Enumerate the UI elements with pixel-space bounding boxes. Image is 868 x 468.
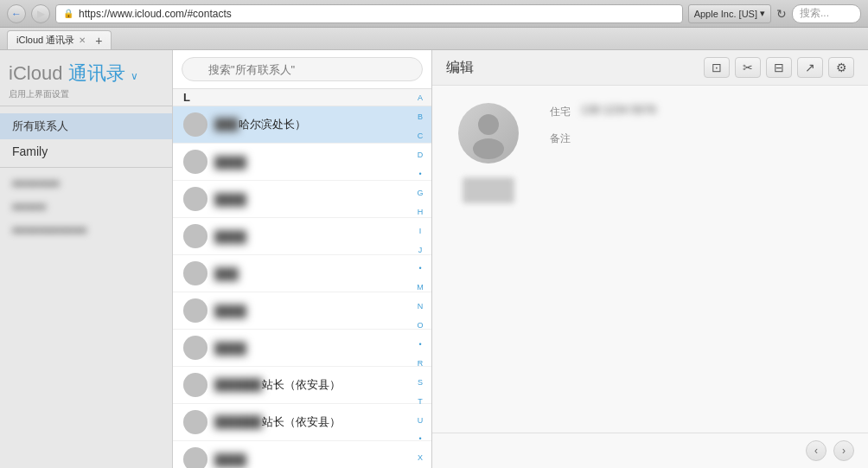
contact-name-1: ████: [214, 156, 246, 169]
contacts-chevron[interactable]: ∨: [131, 70, 138, 82]
contact-item-5[interactable]: ████: [173, 292, 431, 330]
svg-point-0: [478, 114, 499, 135]
security-label: Apple Inc. [US]: [694, 9, 757, 19]
alpha-G[interactable]: G: [417, 189, 423, 197]
svg-point-1: [473, 138, 504, 159]
alpha-dot2[interactable]: •: [418, 265, 421, 272]
alpha-M[interactable]: M: [417, 284, 424, 292]
back-button[interactable]: ←: [7, 4, 26, 23]
security-dropdown[interactable]: Apple Inc. [US] ▾: [688, 4, 771, 23]
search-input[interactable]: [182, 57, 423, 81]
detail-info: 住宅 138 1234 5678 备注: [536, 103, 842, 415]
contact-name-0: ███ 哈尔滨处长）: [214, 117, 306, 132]
alpha-B[interactable]: B: [418, 113, 423, 121]
section-header-L: L: [173, 89, 431, 106]
alpha-S[interactable]: S: [418, 379, 423, 387]
alpha-T[interactable]: T: [418, 398, 423, 406]
sidebar-item-all-contacts[interactable]: 所有联系人: [0, 113, 172, 139]
alpha-C[interactable]: C: [418, 132, 424, 140]
sidebar: iCloud 通讯录 ∨ 启用上界面设置 所有联系人 Family ●●●●●●…: [0, 50, 173, 468]
toolbar-btn-export[interactable]: ↗: [797, 57, 823, 78]
contact-avatar-8: [183, 410, 207, 434]
sidebar-subtitle: 启用上界面设置: [9, 88, 163, 100]
contact-name-6: ████: [214, 342, 246, 355]
alpha-J[interactable]: J: [418, 247, 423, 254]
lock-icon: 🔒: [63, 9, 73, 18]
contact-list-panel: 🔍 L ███ 哈尔滨处长） ████ ████: [173, 50, 432, 468]
alpha-O[interactable]: O: [417, 322, 423, 330]
detail-footer: ‹ ›: [432, 433, 868, 468]
sidebar-header: iCloud 通讯录 ∨ 启用上界面设置: [0, 50, 172, 106]
sidebar-divider-1: [0, 167, 172, 168]
note-label: 备注: [536, 130, 571, 146]
sidebar-nav: 所有联系人 Family ●●●●●●● ●●●●● ●●●●●●●●●●●: [0, 106, 172, 248]
contact-avatar-3: [183, 224, 207, 248]
contact-item-3[interactable]: ████: [173, 218, 431, 255]
alpha-A[interactable]: A: [418, 94, 423, 102]
tab-bar: iCloud 通讯录 ✕ +: [0, 28, 868, 50]
sidebar-item-blurred-2[interactable]: ●●●●●: [0, 195, 172, 218]
toolbar-btn-card[interactable]: ⊡: [704, 57, 730, 78]
contacts-scroll[interactable]: L ███ 哈尔滨处长） ████ ████ ████: [173, 89, 431, 468]
detail-content: 住宅 138 1234 5678 备注: [432, 86, 868, 433]
browser-search-bar[interactable]: 搜索...: [792, 4, 861, 23]
toolbar-btn-share[interactable]: ✂: [735, 57, 761, 78]
app-container: iCloud 通讯录 ∨ 启用上界面设置 所有联系人 Family ●●●●●●…: [0, 50, 868, 468]
contact-item-9[interactable]: ████: [173, 441, 431, 468]
contact-item-0[interactable]: ███ 哈尔滨处长）: [173, 106, 431, 144]
residence-label: 住宅: [536, 103, 571, 119]
alpha-dot1[interactable]: •: [418, 170, 421, 178]
alpha-H[interactable]: H: [418, 208, 424, 216]
app-name: iCloud: [9, 62, 62, 84]
search-bar-container: 🔍: [173, 50, 431, 89]
contacts-label[interactable]: 通讯录: [68, 62, 125, 84]
url-text: https://www.icloud.com/#contacts: [79, 8, 232, 20]
note-field: 备注: [536, 130, 842, 146]
sidebar-item-blurred-1[interactable]: ●●●●●●●: [0, 171, 172, 195]
contact-avatar-0: [183, 112, 207, 137]
contact-avatar-large: [458, 103, 519, 163]
toolbar-buttons: ⊡ ✂ ⊟ ↗ ⚙: [704, 57, 854, 78]
contact-avatar-4: [183, 261, 207, 285]
contact-item-6[interactable]: ████: [173, 330, 431, 367]
alpha-dot3[interactable]: •: [418, 341, 421, 349]
sidebar-item-blurred-3[interactable]: ●●●●●●●●●●●: [0, 218, 172, 241]
alpha-D[interactable]: D: [418, 151, 424, 159]
contact-name-8: ██████ 站长（依安县）: [214, 414, 341, 430]
dropdown-chevron: ▾: [760, 8, 765, 19]
alpha-X[interactable]: X: [418, 454, 423, 462]
contact-name-4: ███: [214, 267, 239, 280]
close-tab-button[interactable]: ✕: [79, 35, 86, 45]
alpha-index: A B C D • G H I J • M N O • R S T U • X: [414, 89, 426, 468]
active-tab[interactable]: iCloud 通讯录 ✕ +: [7, 30, 112, 49]
next-contact-button[interactable]: ›: [833, 440, 854, 461]
detail-header: 编辑 ⊡ ✂ ⊟ ↗ ⚙: [432, 50, 868, 86]
prev-contact-button[interactable]: ‹: [806, 440, 827, 461]
contact-name-placeholder: [463, 177, 514, 203]
new-tab-button[interactable]: +: [95, 34, 102, 48]
toolbar-btn-delete[interactable]: ⊟: [766, 57, 792, 78]
contact-avatar-6: [183, 336, 207, 360]
toolbar-btn-settings[interactable]: ⚙: [828, 57, 854, 78]
app-title: iCloud 通讯录 ∨: [9, 61, 163, 87]
contact-item-4[interactable]: ███: [173, 255, 431, 292]
contact-item-8[interactable]: ██████ 站长（依安县）: [173, 404, 431, 441]
tab-label: iCloud 通讯录: [16, 34, 74, 47]
alpha-I[interactable]: I: [419, 228, 422, 235]
contact-item-7[interactable]: ██████ 站长（依安县）: [173, 367, 431, 404]
browser-right-controls: Apple Inc. [US] ▾ ↻ 搜索...: [688, 4, 861, 23]
sidebar-item-family[interactable]: Family: [0, 139, 172, 163]
contact-avatar-1: [183, 150, 207, 174]
contact-item-1[interactable]: ████: [173, 144, 431, 181]
contact-name-9: ████: [214, 453, 246, 466]
alpha-R[interactable]: R: [418, 360, 424, 368]
contact-avatar-7: [183, 373, 207, 397]
url-bar[interactable]: 🔒 https://www.icloud.com/#contacts: [55, 4, 683, 23]
reload-button[interactable]: ↻: [776, 7, 787, 21]
alpha-dot4[interactable]: •: [418, 435, 421, 443]
alpha-N[interactable]: N: [418, 303, 424, 311]
contact-item-2[interactable]: ████: [173, 181, 431, 218]
forward-button[interactable]: ▶: [31, 4, 50, 23]
alpha-U[interactable]: U: [418, 417, 424, 425]
contact-name-3: ████: [214, 230, 246, 243]
